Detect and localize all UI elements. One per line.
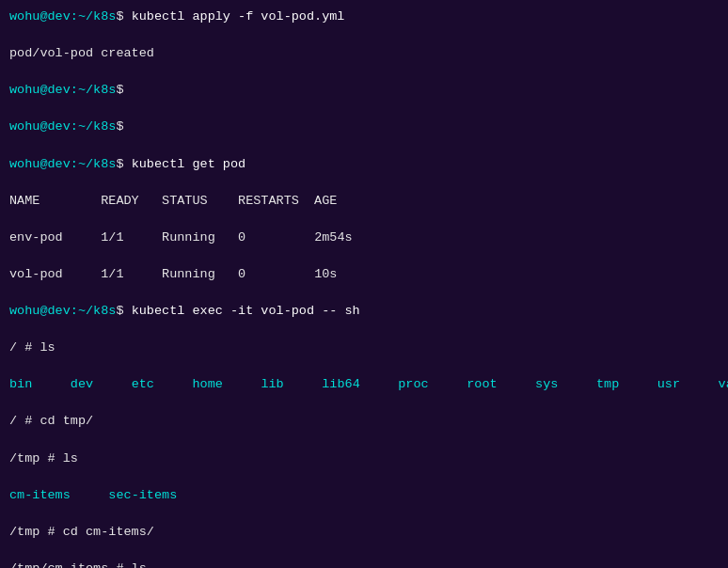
cell: 0 [238,230,245,245]
cell: 2m54s [314,230,353,245]
command: kubectl apply -f vol-pod.yml [124,9,345,24]
dollar: $ [116,304,123,318]
highlight-item: var [719,377,728,391]
highlight-item: home [192,377,222,391]
terminal: wohu@dev:~/k8s$ kubectl apply -f vol-pod… [0,0,728,568]
cell: 1/1 [101,230,123,245]
cell: env-pod [9,230,63,245]
highlight-item: sys [535,377,558,391]
dollar: $ [116,9,123,24]
command: kubectl get pod [124,157,246,171]
terminal-line: wohu@dev:~/k8s$ [9,81,719,100]
highlight-item: dev [71,377,93,391]
cell: vol-pod [9,267,63,281]
terminal-output: /tmp # ls [9,450,719,468]
terminal-output: / # cd tmp/ [9,412,719,431]
highlight-item: sec-items [108,488,177,502]
dollar: $ [116,119,123,134]
terminal-line: wohu@dev:~/k8s$ kubectl get pod [9,155,719,174]
dollar: $ [116,157,123,171]
highlight-item: cm-items [9,488,71,502]
terminal-output: pod/vol-pod created [9,44,719,63]
terminal-row: env-pod 1/1 Running 0 2m54s [9,229,719,247]
col-header: AGE [314,194,337,208]
highlight-item: root [467,377,497,391]
prompt: wohu@dev:~/k8s [9,83,116,97]
col-header: NAME [9,194,40,208]
cell: 10s [314,267,337,281]
prompt: wohu@dev:~/k8s [9,304,116,318]
terminal-highlight-line: cm-items sec-items [9,486,719,505]
highlight-item: proc [398,377,428,391]
command: kubectl exec -it vol-pod -- sh [124,304,360,318]
cell: Running [162,267,215,281]
terminal-output: / # ls [9,339,719,357]
highlight-item: etc [132,377,154,391]
terminal-row: vol-pod 1/1 Running 0 10s [9,265,719,284]
col-header: RESTARTS [238,194,299,208]
prompt: wohu@dev:~/k8s [9,119,116,134]
prompt: wohu@dev:~/k8s [9,9,116,24]
col-header: STATUS [162,194,208,208]
cell: 0 [238,267,245,281]
col-header: READY [101,194,139,208]
terminal-line: wohu@dev:~/k8s$ kubectl exec -it vol-pod… [9,302,719,321]
prompt: wohu@dev:~/k8s [9,157,116,171]
terminal-line: wohu@dev:~/k8s$ kubectl apply -f vol-pod… [9,8,719,26]
terminal-highlight-line: bin dev etc home lib lib64 proc root sys… [9,375,719,394]
terminal-columns: NAME READY STATUS RESTARTS AGE [9,192,719,211]
highlight-item: tmp [596,377,619,391]
cell: Running [162,230,215,245]
terminal-output: /tmp # cd cm-items/ [9,523,719,542]
highlight-item: lib [261,377,283,391]
highlight-item: usr [657,377,680,391]
highlight-item: bin [9,377,32,391]
cell: 1/1 [101,267,123,281]
highlight-item: lib64 [322,377,360,391]
terminal-line: wohu@dev:~/k8s$ [9,118,719,136]
dollar: $ [116,83,123,97]
terminal-output: /tmp/cm-items # ls [9,560,719,568]
